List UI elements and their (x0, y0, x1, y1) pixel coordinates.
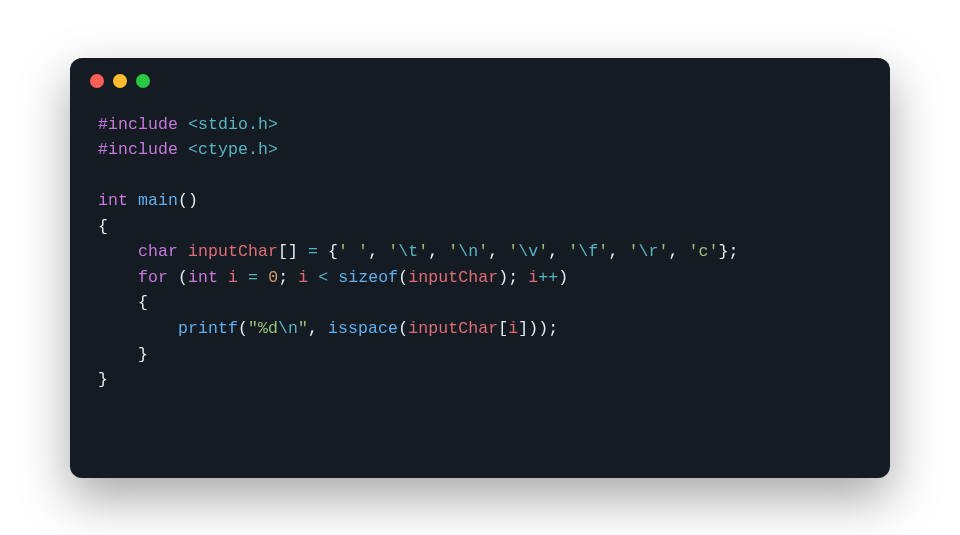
code-token: ( (238, 319, 248, 338)
code-token (98, 319, 178, 338)
code-token: } (98, 370, 108, 389)
code-token (308, 268, 318, 287)
code-token: <ctype.h> (188, 140, 278, 159)
code-token: , (308, 319, 328, 338)
code-token (178, 115, 188, 134)
code-token: \r (638, 242, 658, 261)
code-token: " (298, 319, 308, 338)
code-token: , (428, 242, 448, 261)
code-token: for (138, 268, 168, 287)
code-token: inputChar (188, 242, 278, 261)
code-token (98, 242, 138, 261)
code-token: ' (388, 242, 398, 261)
code-token: ' (478, 242, 488, 261)
code-token: , (668, 242, 688, 261)
code-line: int main() (98, 188, 862, 214)
code-token: i (228, 268, 238, 287)
code-token: int (188, 268, 218, 287)
code-token: 0 (268, 268, 278, 287)
code-token: ); (498, 268, 528, 287)
code-token: inputChar (408, 319, 498, 338)
code-line: char inputChar[] = {' ', '\t', '\n', '\v… (98, 239, 862, 265)
code-token: ' (448, 242, 458, 261)
code-token: ' ' (338, 242, 368, 261)
code-token: printf (178, 319, 238, 338)
code-line: printf("%d\n", isspace(inputChar[i])); (98, 316, 862, 342)
code-token: = (308, 242, 318, 261)
code-token: int (98, 191, 128, 210)
code-token: ' (508, 242, 518, 261)
code-token: , (548, 242, 568, 261)
code-token: i (298, 268, 308, 287)
code-line: for (int i = 0; i < sizeof(inputChar); i… (98, 265, 862, 291)
code-token: < (318, 268, 328, 287)
code-token (328, 268, 338, 287)
code-token: isspace (328, 319, 398, 338)
code-token (218, 268, 228, 287)
code-token: <stdio.h> (188, 115, 278, 134)
code-token: 'c' (688, 242, 718, 261)
code-token: ++ (538, 268, 558, 287)
code-line: { (98, 214, 862, 240)
code-token: { (318, 242, 338, 261)
code-token: { (98, 217, 108, 236)
code-block: #include <stdio.h>#include <ctype.h> int… (70, 104, 890, 421)
code-token: \t (398, 242, 418, 261)
code-token: inputChar (408, 268, 498, 287)
code-line: #include <stdio.h> (98, 112, 862, 138)
code-token: () (178, 191, 198, 210)
code-token: \n (278, 319, 298, 338)
close-dot-icon[interactable] (90, 74, 104, 88)
code-line (98, 163, 862, 189)
code-token (258, 268, 268, 287)
code-token: #include (98, 115, 178, 134)
code-token: ) (558, 268, 568, 287)
code-token: main (138, 191, 178, 210)
code-token (128, 191, 138, 210)
code-token: \f (578, 242, 598, 261)
window-titlebar (70, 58, 890, 104)
code-token: ' (598, 242, 608, 261)
code-token: ' (538, 242, 548, 261)
code-token: char (138, 242, 178, 261)
code-token: "%d (248, 319, 278, 338)
code-token: ; (278, 268, 298, 287)
code-token: , (608, 242, 628, 261)
code-token: ( (398, 268, 408, 287)
code-token: i (508, 319, 518, 338)
code-token: \n (458, 242, 478, 261)
code-token: } (98, 345, 148, 364)
code-token: ' (628, 242, 638, 261)
code-line: #include <ctype.h> (98, 137, 862, 163)
code-line: } (98, 342, 862, 368)
code-line: { (98, 290, 862, 316)
code-token (238, 268, 248, 287)
code-window: #include <stdio.h>#include <ctype.h> int… (70, 58, 890, 478)
code-token: \v (518, 242, 538, 261)
code-token: #include (98, 140, 178, 159)
code-token: ' (658, 242, 668, 261)
code-token: i (528, 268, 538, 287)
code-token: = (248, 268, 258, 287)
code-line: } (98, 367, 862, 393)
code-token: [ (498, 319, 508, 338)
minimize-dot-icon[interactable] (113, 74, 127, 88)
code-token: ( (168, 268, 188, 287)
code-token: [] (278, 242, 308, 261)
code-token: , (368, 242, 388, 261)
code-token: }; (718, 242, 738, 261)
code-token: { (98, 293, 148, 312)
code-token (178, 242, 188, 261)
zoom-dot-icon[interactable] (136, 74, 150, 88)
code-token: ])); (518, 319, 558, 338)
code-token: ' (568, 242, 578, 261)
code-token: , (488, 242, 508, 261)
code-token (178, 140, 188, 159)
code-token: ' (418, 242, 428, 261)
code-token: ( (398, 319, 408, 338)
code-token: sizeof (338, 268, 398, 287)
code-token (98, 268, 138, 287)
